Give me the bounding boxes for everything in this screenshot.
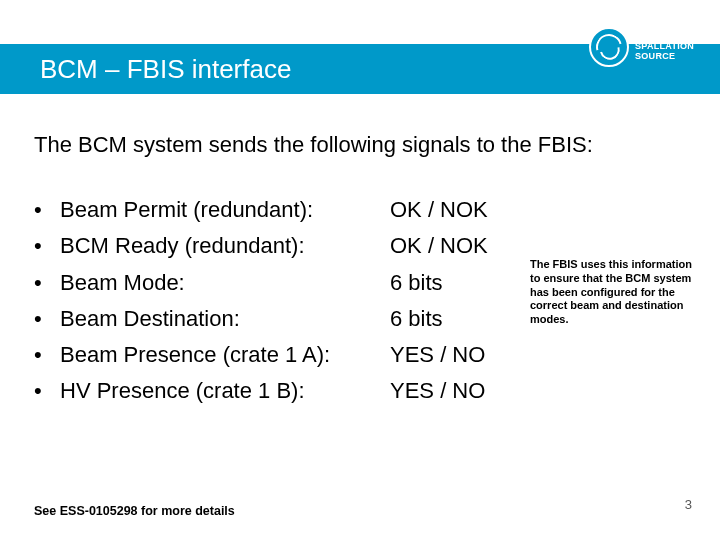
list-item: • Beam Permit (redundant): OK / NOK: [34, 192, 500, 228]
bullet-icon: •: [34, 265, 60, 301]
list-item: • BCM Ready (redundant): OK / NOK: [34, 228, 500, 264]
bullet-icon: •: [34, 373, 60, 409]
signal-value: 6 bits: [390, 265, 500, 301]
signal-value: OK / NOK: [390, 228, 500, 264]
signal-label: Beam Presence (crate 1 A):: [60, 337, 390, 373]
signal-value: YES / NO: [390, 337, 500, 373]
signal-label: Beam Permit (redundant):: [60, 192, 390, 228]
signal-value: OK / NOK: [390, 192, 500, 228]
page-number: 3: [685, 497, 692, 512]
ess-logo-text: EUROPEAN SPALLATION SOURCE: [635, 32, 694, 62]
footer-text: See ESS-0105298 for more details: [34, 504, 235, 518]
signal-label: BCM Ready (redundant):: [60, 228, 390, 264]
ess-logo-icon: [589, 27, 629, 67]
bullet-icon: •: [34, 337, 60, 373]
ess-logo: EUROPEAN SPALLATION SOURCE: [589, 22, 704, 72]
list-item: • Beam Mode: 6 bits: [34, 265, 500, 301]
slide-title: BCM – FBIS interface: [40, 54, 291, 85]
bullet-icon: •: [34, 192, 60, 228]
signal-label: Beam Destination:: [60, 301, 390, 337]
sidenote-text: The FBIS uses this information to ensure…: [530, 258, 700, 327]
bullet-icon: •: [34, 228, 60, 264]
list-item: • HV Presence (crate 1 B): YES / NO: [34, 373, 500, 409]
bullet-icon: •: [34, 301, 60, 337]
logo-line3: SOURCE: [635, 52, 694, 62]
signal-value: 6 bits: [390, 301, 500, 337]
list-item: • Beam Destination: 6 bits: [34, 301, 500, 337]
signal-list: • Beam Permit (redundant): OK / NOK • BC…: [34, 192, 500, 410]
signal-label: Beam Mode:: [60, 265, 390, 301]
signal-value: YES / NO: [390, 373, 500, 409]
ess-swirl-icon: [591, 29, 627, 65]
intro-text: The BCM system sends the following signa…: [34, 132, 593, 158]
slide: BCM – FBIS interface EUROPEAN SPALLATION…: [0, 0, 720, 540]
signal-label: HV Presence (crate 1 B):: [60, 373, 390, 409]
list-item: • Beam Presence (crate 1 A): YES / NO: [34, 337, 500, 373]
